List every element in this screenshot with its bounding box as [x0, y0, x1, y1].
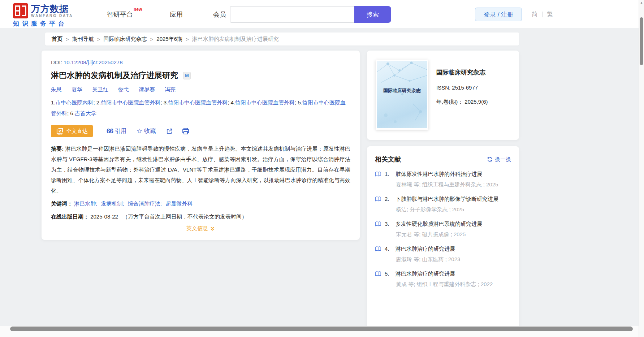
keyword-list: 关键词： 淋巴水肿; 发病机制; 综合消肿疗法; 超显微外科: [51, 198, 350, 209]
journal-cover[interactable]: 国际临床研究杂志: [376, 60, 428, 130]
refresh-button[interactable]: 换一换: [487, 156, 511, 163]
top-header: 万方数据 WANFANG DATA 知识服务平台 智研平台new 应用 会员 搜…: [0, 0, 644, 28]
refresh-icon: [487, 156, 493, 162]
affiliation-link[interactable]: 益阳市中心医院血管外科: [101, 99, 160, 105]
search-input[interactable]: [230, 6, 354, 23]
breadcrumb-separator: >: [97, 36, 100, 42]
author-link[interactable]: 朱思: [51, 86, 62, 93]
chevron-down-icon: [210, 226, 215, 231]
author-link[interactable]: 饶弋: [118, 86, 129, 93]
related-item-title[interactable]: 淋巴水肿治疗的研究进展: [396, 246, 455, 252]
related-item-title[interactable]: 下肢肿胀与淋巴水肿的影像学诊断研究进展: [396, 196, 498, 203]
cite-button[interactable]: 66 引用: [107, 128, 126, 135]
english-info-label: 英文信息: [186, 225, 208, 232]
related-item-meta: 杨洁; 分子影像学杂志 ; 2025: [396, 206, 511, 213]
related-item-index: 2.: [385, 196, 396, 202]
affiliation-link[interactable]: 益阳市中心医院血管外科: [235, 99, 295, 105]
lang-simplified[interactable]: 简: [532, 10, 538, 18]
share-button[interactable]: [166, 128, 173, 135]
list-item: 1. 肢体原发性淋巴水肿的外科治疗进展 夏林曦 等; 组织工程与重建外科杂志 ;…: [375, 171, 511, 188]
affiliation-link[interactable]: 益阳市中心医院血管外科: [168, 99, 228, 105]
related-item-index: 4.: [385, 246, 396, 252]
journal-issn: ISSN: 2515-6977: [436, 85, 488, 91]
keyword-separator: ;: [96, 200, 97, 207]
affiliation-index: 6.: [70, 110, 75, 116]
related-item-index: 1.: [385, 171, 396, 177]
share-icon: [166, 128, 173, 135]
author-link[interactable]: 夏华: [72, 86, 82, 93]
horizontal-scrollbar-thumb[interactable]: [10, 327, 633, 331]
print-button[interactable]: [182, 128, 189, 135]
related-item-index: 3.: [385, 221, 396, 227]
fulltext-button[interactable]: free 全文直达: [51, 125, 93, 137]
nav-member[interactable]: 会员: [213, 10, 226, 19]
breadcrumb-journal-nav[interactable]: 期刊导航: [72, 36, 94, 43]
page-title: 淋巴水肿的发病机制及治疗进展研究: [51, 70, 178, 81]
search-bar: 搜索: [230, 6, 391, 23]
pubdate-value: 2025-08-22: [90, 213, 118, 220]
related-item-title[interactable]: 肢体原发性淋巴水肿的外科治疗进展: [396, 171, 482, 178]
affiliation-index: 3.: [164, 99, 168, 105]
login-register-button[interactable]: 登录 / 注册: [475, 8, 522, 21]
breadcrumb-issue[interactable]: 2025年6期: [156, 36, 182, 43]
english-info-toggle[interactable]: 英文信息: [51, 225, 350, 232]
keyword-separator: ;: [123, 200, 124, 207]
affiliation-index: 4.: [231, 99, 235, 105]
keywords-label: 关键词：: [51, 200, 73, 207]
new-badge: new: [134, 7, 142, 12]
language-switch: 简 繁: [532, 10, 553, 18]
pubdate-note: （万方平台首次上网日期，不代表论文的发表时间）: [122, 213, 247, 220]
abstract: 摘要: 淋巴水肿是一种因淋巴液回流障碍导致的慢性疾病，发病率呈上升趋势。本文综述…: [51, 143, 350, 196]
star-icon: ☆: [137, 128, 142, 134]
book-icon: [375, 196, 381, 202]
doi-line: DOI: 10.12208/j.ijcr.20250278: [51, 59, 350, 65]
volume-value: 2025,9(6): [464, 99, 488, 105]
related-literature-card: 相关文献 换一换 1. 肢体原发性淋巴水肿的外科治疗进展 夏: [367, 146, 519, 337]
keyword-link[interactable]: 发病机制: [101, 200, 123, 207]
breadcrumb-journal[interactable]: 国际临床研究杂志: [104, 36, 147, 43]
affiliation-link[interactable]: 吉首大学: [75, 110, 96, 116]
affiliation-separator: ;: [94, 99, 96, 105]
favorite-button[interactable]: ☆ 收藏: [137, 128, 156, 135]
affiliation-link[interactable]: 市中心医院内科: [56, 99, 94, 105]
related-item-title[interactable]: 淋巴水肿治疗的研究进展: [396, 271, 455, 277]
author-link[interactable]: 吴卫红: [92, 86, 108, 93]
author-link[interactable]: 冯亮: [165, 86, 176, 93]
breadcrumb-current: 淋巴水肿的发病机制及治疗进展研究: [192, 36, 279, 43]
keyword-link[interactable]: 超显微外科: [165, 200, 193, 207]
free-download-icon: free: [56, 128, 64, 135]
related-list: 1. 肢体原发性淋巴水肿的外科治疗进展 夏林曦 等; 组织工程与重建外科杂志 ;…: [375, 171, 511, 288]
brand-name: 万方数据: [31, 4, 73, 13]
affiliation-index: 5.: [298, 99, 302, 105]
keyword-separator: ;: [160, 200, 162, 207]
journal-card: 国际临床研究杂志 国际临床研究杂志 ISSN: 2515-6977 年,卷(期)…: [367, 51, 519, 140]
related-item-meta: 宋元君 等; 磁共振成像 ; 2025: [396, 231, 511, 238]
keyword-link[interactable]: 淋巴水肿: [74, 200, 96, 207]
vertical-scrollbar: ▲: [639, 0, 644, 337]
brand-name-en: WANFANG DATA: [31, 13, 73, 18]
doi-link[interactable]: 10.12208/j.ijcr.20250278: [64, 59, 122, 65]
breadcrumb-separator: >: [150, 36, 154, 42]
lang-traditional[interactable]: 繁: [547, 10, 553, 18]
wanfang-logo-icon: [13, 3, 28, 18]
author-link[interactable]: 谭岁赛: [139, 86, 155, 93]
related-item-meta: 黄成 等; 组织工程与重建外科杂志 ; 2022: [396, 281, 511, 288]
nav-zhiyan-platform[interactable]: 智研平台new: [107, 10, 141, 19]
affiliation-index: 1.: [51, 99, 56, 105]
related-item-title[interactable]: 多发性硬化胶质淋巴系统的研究进展: [396, 221, 482, 228]
vertical-scrollbar-thumb[interactable]: [640, 17, 643, 65]
doi-label: DOI:: [51, 59, 62, 65]
breadcrumb-home[interactable]: 首页: [52, 36, 62, 43]
affiliation-list: 1.市中心医院内科; 2.益阳市中心医院血管外科; 3.益阳市中心医院血管外科;…: [51, 97, 350, 119]
medline-badge: M: [183, 72, 191, 79]
author-list: 朱思 夏华 吴卫红 饶弋 谭岁赛 冯亮: [51, 86, 350, 93]
wanfang-logo[interactable]: 万方数据 WANFANG DATA 知识服务平台: [13, 3, 73, 28]
nav-apps[interactable]: 应用: [170, 10, 183, 19]
search-button[interactable]: 搜索: [354, 6, 391, 23]
scroll-up-arrow-icon[interactable]: ▲: [639, 1, 644, 4]
journal-name-link[interactable]: 国际临床研究杂志: [436, 68, 488, 77]
related-title: 相关文献: [375, 155, 401, 164]
article-actions: free 全文直达 66 引用 ☆ 收藏: [51, 125, 350, 137]
related-item-index: 5.: [385, 271, 396, 277]
keyword-link[interactable]: 综合消肿疗法: [128, 200, 160, 207]
